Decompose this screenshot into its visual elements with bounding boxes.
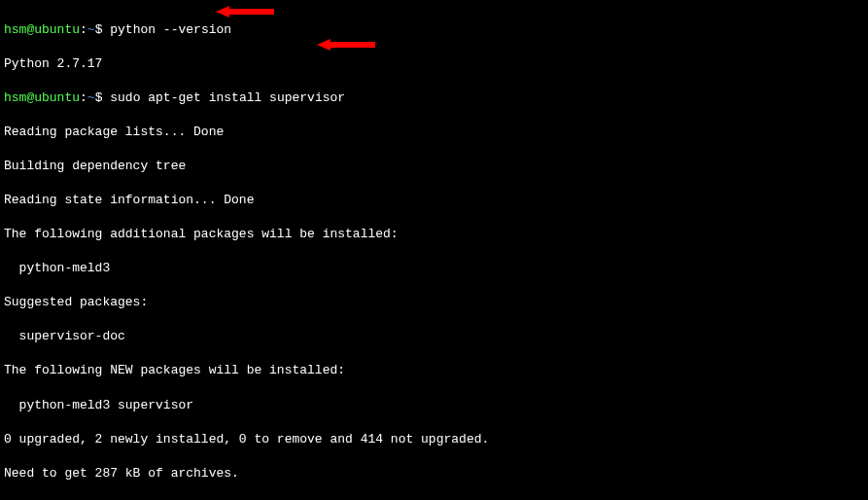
output-line: Reading state information... Done (4, 192, 864, 209)
output-line: The following additional packages will b… (4, 226, 864, 243)
prompt-user: hsm@ubuntu (4, 90, 80, 105)
output-line: supervisor-doc (4, 328, 864, 345)
terminal-output[interactable]: hsm@ubuntu:~$ python --version Python 2.… (4, 4, 864, 500)
prompt-user: hsm@ubuntu (4, 22, 80, 37)
output-line: Building dependency tree (4, 158, 864, 175)
prompt-dollar: $ (95, 22, 103, 37)
prompt-colon: : (80, 22, 87, 37)
prompt-colon: : (80, 90, 87, 105)
output-line: python-meld3 supervisor (4, 397, 864, 414)
output-line: python-meld3 (4, 260, 864, 277)
prompt-line-1: hsm@ubuntu:~$ python --version (4, 21, 864, 39)
command-2: sudo apt-get install supervisor (110, 90, 345, 105)
command-1: python --version (110, 22, 231, 37)
prompt-dollar: $ (95, 90, 103, 105)
prompt-path: ~ (87, 22, 95, 37)
output-line: Need to get 287 kB of archives. (4, 465, 864, 482)
output-line: Reading package lists... Done (4, 124, 864, 141)
prompt-line-2: hsm@ubuntu:~$ sudo apt-get install super… (4, 89, 864, 107)
output-line: The following NEW packages will be insta… (4, 362, 864, 379)
output-line: 0 upgraded, 2 newly installed, 0 to remo… (4, 431, 864, 448)
prompt-path: ~ (87, 90, 95, 105)
output-line: Python 2.7.17 (4, 55, 864, 73)
output-line: Suggested packages: (4, 294, 864, 311)
